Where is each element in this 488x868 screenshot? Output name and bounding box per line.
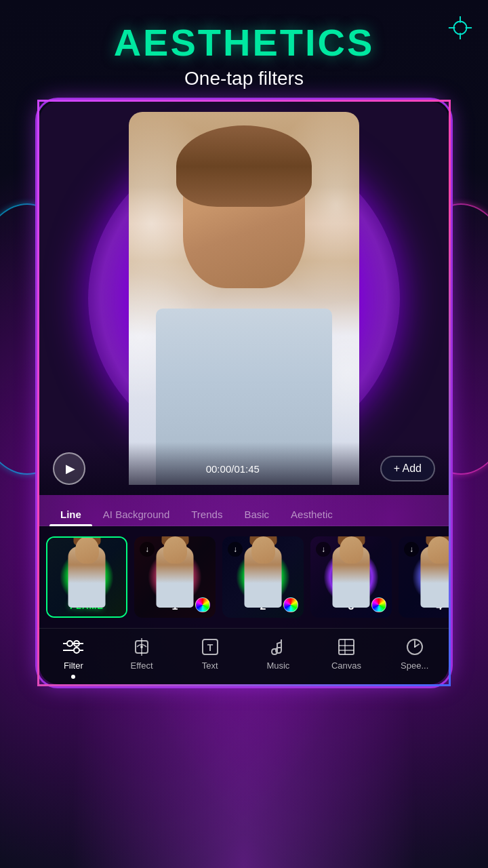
thumb-bg-1: FLAME	[47, 538, 126, 616]
nav-label-canvas: Canvas	[331, 660, 361, 671]
nav-item-filter[interactable]: Filter	[39, 637, 108, 671]
nav-item-music[interactable]: Music	[244, 637, 312, 671]
crosshair-icon	[447, 15, 473, 41]
thumb-head-3	[251, 536, 275, 564]
nav-label-speed: Spee...	[401, 660, 428, 671]
nav-label-filter: Filter	[64, 660, 83, 671]
filter-thumb-1[interactable]: FLAME	[46, 536, 127, 618]
thumb-head-2	[163, 536, 187, 564]
thumb-person-5	[421, 547, 449, 608]
person-image	[129, 112, 359, 485]
tab-ai-background[interactable]: AI Background	[92, 503, 180, 526]
time-display: 00:00/01:45	[206, 463, 260, 475]
nav-item-canvas[interactable]: Canvas	[312, 637, 381, 671]
thumb-bg-3: ↓ 2	[222, 536, 304, 618]
nav-item-text[interactable]: T Text	[176, 637, 244, 671]
tab-aesthetic[interactable]: Aesthetic	[280, 503, 344, 526]
svg-point-0	[454, 22, 467, 35]
app-title: AESTHETICS	[14, 20, 474, 64]
filter-thumb-3[interactable]: ↓ 2	[222, 536, 304, 618]
tab-basic[interactable]: Basic	[233, 503, 280, 526]
person-hair	[176, 125, 312, 207]
color-badge-2	[195, 597, 210, 612]
thumb-person-1	[68, 547, 106, 608]
thumb-bg-2: ↓ 1	[134, 536, 216, 618]
svg-point-6	[74, 648, 79, 653]
download-badge-4: ↓	[316, 542, 331, 557]
svg-rect-17	[339, 639, 354, 654]
nav-item-effect[interactable]: Effect	[108, 637, 176, 671]
filter-thumb-2[interactable]: ↓ 1	[134, 536, 216, 618]
text-icon: T	[200, 637, 220, 657]
thumb-head-5	[428, 536, 449, 564]
play-button[interactable]: ▶	[53, 452, 85, 485]
effect-icon	[131, 637, 152, 657]
tab-trends[interactable]: Trends	[180, 503, 233, 526]
filter-thumb-5[interactable]: ↓ 4	[399, 536, 449, 618]
canvas-icon	[336, 637, 357, 657]
color-badge-4	[371, 597, 386, 612]
music-icon	[268, 637, 288, 657]
video-preview: ▶ 00:00/01:45 + Add	[39, 102, 449, 495]
nav-label-effect: Effect	[131, 660, 153, 671]
color-badge-3	[283, 597, 298, 612]
thumb-person-2	[157, 547, 194, 608]
download-badge-5: ↓	[404, 542, 419, 557]
download-badge-2: ↓	[140, 542, 155, 557]
thumb-head-1	[75, 536, 99, 564]
nav-label-text: Text	[202, 660, 218, 671]
phone-frame: ▶ 00:00/01:45 + Add Line AI Background T…	[37, 100, 451, 686]
svg-text:T: T	[207, 642, 213, 653]
header: AESTHETICS One-tap filters	[0, 0, 488, 100]
svg-point-14	[140, 646, 143, 648]
svg-point-5	[67, 641, 73, 646]
filter-tabs: Line AI Background Trends Basic Aestheti…	[39, 495, 449, 526]
video-controls: ▶ 00:00/01:45 + Add	[39, 442, 449, 495]
thumb-person-4	[333, 547, 370, 608]
play-icon: ▶	[66, 461, 75, 476]
tab-line[interactable]: Line	[49, 503, 92, 526]
nav-label-music: Music	[266, 660, 289, 671]
bottom-navigation: Filter Effect T Text	[39, 628, 449, 684]
download-badge-3: ↓	[228, 542, 243, 557]
thumb-head-4	[340, 536, 363, 564]
app-subtitle: One-tap filters	[14, 68, 474, 90]
thumb-bg-4: ↓ 3	[310, 536, 392, 618]
filter-thumb-4[interactable]: ↓ 3	[310, 536, 392, 618]
add-button[interactable]: + Add	[380, 456, 435, 481]
thumb-person-3	[245, 547, 282, 608]
main-content: AESTHETICS One-tap filters ▶	[0, 0, 488, 868]
speed-icon	[405, 637, 425, 657]
filter-thumbnails-row: FLAME ↓ 1	[39, 526, 449, 628]
person-area	[108, 102, 380, 495]
filter-icon	[63, 637, 83, 657]
nav-item-speed[interactable]: Spee...	[380, 637, 449, 671]
thumb-bg-5: ↓ 4	[399, 536, 449, 618]
